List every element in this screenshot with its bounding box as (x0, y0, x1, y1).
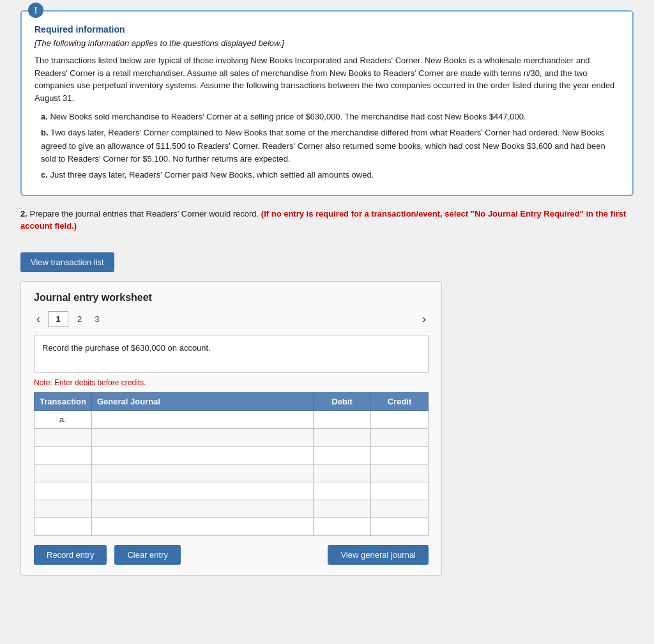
journal-input-6[interactable] (92, 500, 313, 518)
credit-input-3[interactable] (371, 447, 428, 464)
col-header-credit: Credit (371, 392, 429, 410)
debit-input-cell-6[interactable] (314, 500, 371, 518)
worksheet-title: Journal entry worksheet (34, 292, 429, 303)
journal-input-cell-6[interactable] (91, 500, 313, 518)
journal-input-2[interactable] (92, 429, 313, 446)
credit-input-cell-4[interactable] (371, 464, 429, 482)
info-body: The transactions listed below are typica… (34, 54, 620, 104)
worksheet-box: Journal entry worksheet ‹ 1 2 3 › Record… (20, 281, 442, 576)
debit-input-3[interactable] (314, 447, 370, 464)
credit-input-1[interactable] (371, 411, 428, 428)
tab-2[interactable]: 2 (73, 312, 86, 326)
journal-input-1[interactable] (92, 411, 313, 428)
journal-input-3[interactable] (92, 447, 313, 464)
debit-input-cell-5[interactable] (314, 482, 371, 500)
debit-input-4[interactable] (314, 464, 370, 482)
credit-input-cell-5[interactable] (371, 482, 429, 500)
credit-input-6[interactable] (371, 500, 428, 518)
tab-prev-button[interactable]: ‹ (34, 311, 43, 327)
journal-input-cell-3[interactable] (91, 446, 313, 464)
view-general-journal-button[interactable]: View general journal (328, 545, 429, 565)
credit-input-cell-7[interactable] (371, 518, 429, 535)
view-transaction-list-button[interactable]: View transaction list (20, 252, 114, 272)
col-header-transaction: Transaction (34, 392, 92, 410)
credit-input-cell-2[interactable] (371, 428, 429, 446)
info-list: a. New Books sold merchandise to Readers… (41, 111, 620, 182)
transaction-label-4 (34, 464, 92, 482)
debit-input-cell-1[interactable] (314, 410, 371, 428)
question-section: 2. Prepare the journal entries that Read… (20, 208, 634, 233)
table-row (34, 482, 429, 500)
info-title: Required information (34, 24, 620, 34)
question-text-plain: Prepare the journal entries that Readers… (29, 209, 261, 218)
table-row (34, 446, 429, 464)
debit-input-6[interactable] (314, 500, 370, 518)
record-entry-button[interactable]: Record entry (34, 545, 107, 565)
info-subtitle: [The following information applies to th… (34, 38, 620, 48)
debit-input-cell-4[interactable] (314, 464, 371, 482)
tab-3[interactable]: 3 (91, 312, 103, 326)
transaction-label-5 (34, 482, 92, 500)
credit-input-2[interactable] (371, 429, 428, 446)
table-row (34, 500, 429, 518)
table-row: a. (34, 410, 429, 428)
debit-input-7[interactable] (314, 518, 370, 535)
table-row (34, 464, 429, 482)
tab-next-button[interactable]: › (420, 311, 429, 327)
transaction-label-3 (34, 446, 92, 464)
journal-input-5[interactable] (92, 482, 313, 500)
debit-input-1[interactable] (314, 411, 370, 428)
transaction-label-7 (34, 518, 92, 535)
journal-input-7[interactable] (92, 518, 313, 535)
journal-input-cell-5[interactable] (91, 482, 313, 500)
debit-input-2[interactable] (314, 429, 370, 446)
list-item-b: b. Two days later, Readers' Corner compl… (41, 126, 620, 166)
table-row (34, 518, 429, 535)
credit-input-7[interactable] (371, 518, 428, 535)
credit-input-cell-6[interactable] (371, 500, 429, 518)
credit-input-cell-3[interactable] (371, 446, 429, 464)
list-item-a: a. New Books sold merchandise to Readers… (41, 111, 620, 124)
clear-entry-button[interactable]: Clear entry (114, 545, 181, 565)
transaction-description: Record the purchase of $630,000 on accou… (34, 335, 429, 373)
col-header-general-journal: General Journal (91, 392, 313, 410)
list-item-c: c. Just three days later, Readers' Corne… (41, 169, 620, 182)
page-wrapper: ! Required information [The following in… (20, 10, 634, 576)
table-row (34, 428, 429, 446)
question-number: 2. (20, 209, 27, 218)
debit-input-5[interactable] (314, 482, 370, 500)
debit-input-cell-2[interactable] (314, 428, 371, 446)
transaction-label-a: a. (34, 410, 92, 428)
transaction-label-2 (34, 428, 92, 446)
tab-navigation: ‹ 1 2 3 › (34, 311, 429, 327)
journal-input-cell-1[interactable] (91, 410, 313, 428)
tab-1[interactable]: 1 (48, 311, 68, 327)
info-box: ! Required information [The following in… (20, 10, 634, 196)
journal-input-4[interactable] (92, 464, 313, 482)
transaction-label-6 (34, 500, 92, 518)
bottom-buttons: Record entry Clear entry View general jo… (34, 545, 429, 565)
debit-input-cell-7[interactable] (314, 518, 371, 535)
col-header-debit: Debit (314, 392, 371, 410)
credit-input-cell-1[interactable] (371, 410, 429, 428)
credit-input-5[interactable] (371, 482, 428, 500)
debit-credit-note: Note: Enter debits before credits. (34, 378, 429, 387)
info-icon: ! (28, 3, 43, 18)
journal-table: Transaction General Journal Debit Credit… (34, 392, 429, 536)
journal-input-cell-4[interactable] (91, 464, 313, 482)
credit-input-4[interactable] (371, 464, 428, 482)
debit-input-cell-3[interactable] (314, 446, 371, 464)
journal-input-cell-2[interactable] (91, 428, 313, 446)
journal-input-cell-7[interactable] (91, 518, 313, 535)
